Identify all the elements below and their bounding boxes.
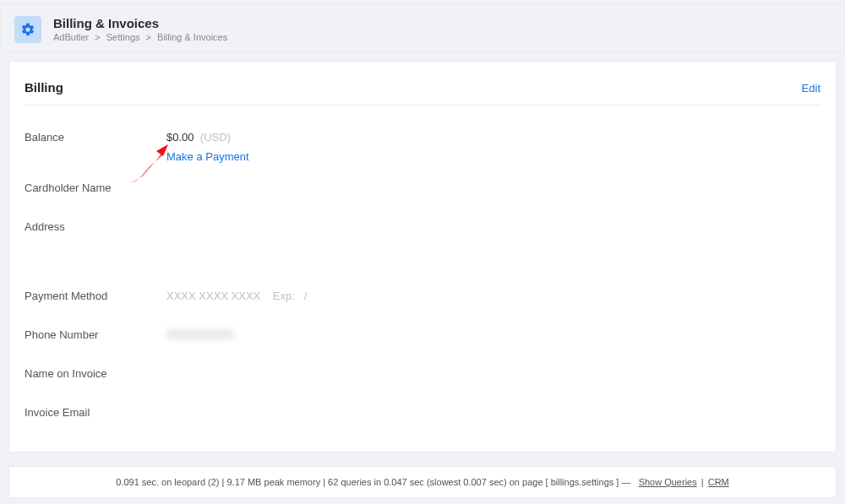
- breadcrumb-item[interactable]: Settings: [106, 32, 140, 42]
- card-mask: XXXX XXXX XXXX: [166, 290, 260, 302]
- breadcrumb: AdButler > Settings > Billing & Invoices: [53, 32, 227, 42]
- breadcrumb-item[interactable]: AdButler: [53, 32, 89, 42]
- invoice-email-row: Invoice Email: [25, 387, 820, 426]
- cardholder-row: Cardholder Name: [25, 163, 820, 202]
- invoice-email-label: Invoice Email: [25, 406, 166, 419]
- exp-label: Exp:: [273, 290, 295, 302]
- balance-label: Balance: [25, 131, 166, 144]
- card-title: Billing: [25, 80, 63, 95]
- crm-link[interactable]: CRM: [708, 477, 729, 487]
- show-queries-link[interactable]: Show Queries: [639, 477, 697, 487]
- page-header: Billing & Invoices AdButler > Settings >…: [0, 3, 845, 52]
- phone-label: Phone Number: [25, 328, 166, 341]
- make-payment-link[interactable]: Make a Payment: [166, 150, 820, 163]
- edit-link[interactable]: Edit: [802, 82, 820, 95]
- balance-currency-code: (USD): [200, 131, 231, 144]
- phone-row: Phone Number: [25, 310, 820, 349]
- payment-method-label: Payment Method: [25, 290, 166, 302]
- exp-value: /: [304, 290, 308, 302]
- payment-method-row: Payment Method XXXX XXXX XXXX Exp: /: [25, 271, 820, 310]
- page-title: Billing & Invoices: [53, 16, 227, 30]
- balance-amount: $0.00: [166, 131, 194, 144]
- balance-row: Balance $0.00 (USD) Make a Payment: [25, 112, 820, 163]
- address-row: Address: [25, 202, 820, 271]
- redacted-blur: [166, 328, 234, 340]
- debug-footer: 0.091 sec. on leopard (2) | 9.17 MB peak…: [8, 466, 837, 498]
- footer-stats: 0.091 sec. on leopard (2) | 9.17 MB peak…: [116, 477, 630, 487]
- breadcrumb-item: Billing & Invoices: [157, 32, 227, 42]
- cardholder-label: Cardholder Name: [25, 182, 166, 194]
- phone-value: [166, 328, 820, 343]
- name-on-invoice-row: Name on Invoice: [25, 349, 820, 387]
- gear-icon: [14, 16, 41, 43]
- name-on-invoice-label: Name on Invoice: [25, 367, 166, 380]
- address-label: Address: [25, 220, 166, 233]
- billing-card: Billing Edit Balance $0.00 (USD) Make a …: [8, 61, 837, 453]
